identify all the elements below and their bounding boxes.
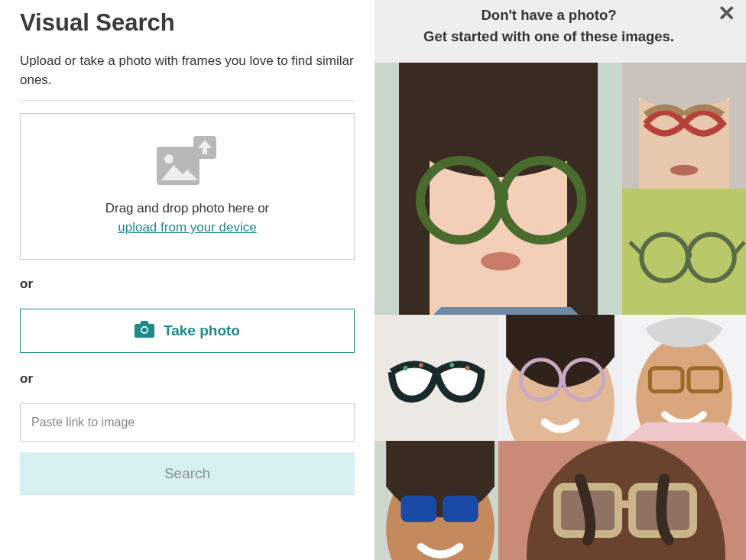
svg-point-30 — [465, 365, 469, 370]
svg-point-1 — [164, 154, 174, 163]
header-line-1: Don't have a photo? — [390, 5, 708, 26]
close-button[interactable]: ✕ — [718, 3, 735, 24]
sample-images-panel: Don't have a photo? Get started with one… — [375, 0, 746, 560]
svg-point-28 — [419, 362, 423, 367]
svg-rect-13 — [495, 193, 508, 200]
svg-rect-23 — [686, 253, 692, 257]
sample-tortoise-square-portrait[interactable] — [498, 441, 746, 561]
search-button-label: Search — [164, 465, 210, 481]
sample-clear-frames-portrait[interactable] — [498, 315, 622, 441]
divider — [20, 100, 355, 101]
camera-icon — [135, 321, 154, 342]
close-icon: ✕ — [718, 2, 735, 25]
svg-rect-47 — [617, 500, 634, 508]
svg-point-29 — [449, 362, 454, 367]
svg-point-27 — [403, 365, 407, 370]
svg-rect-42 — [443, 495, 478, 521]
sample-image-grid — [375, 63, 746, 561]
dropzone-text: Drag and drop photo here or — [105, 201, 270, 215]
take-photo-label: Take photo — [164, 322, 240, 339]
sample-images-header: Don't have a photo? Get started with one… — [375, 0, 746, 63]
image-link-input[interactable] — [20, 403, 355, 442]
dropzone-text-block: Drag and drop photo here or upload from … — [105, 199, 270, 238]
search-button[interactable]: Search — [20, 452, 355, 495]
sample-patterned-cateye-product[interactable] — [375, 315, 498, 441]
take-photo-button[interactable]: Take photo — [20, 309, 355, 353]
sample-red-tortoise-frames[interactable] — [622, 63, 746, 189]
page-title: Visual Search — [20, 9, 355, 37]
or-label-1: or — [20, 277, 355, 292]
visual-search-panel: Visual Search Upload or take a photo wit… — [0, 0, 375, 560]
or-label-2: or — [20, 371, 355, 387]
svg-point-19 — [670, 164, 698, 175]
svg-point-14 — [481, 252, 521, 270]
upload-from-device-link[interactable]: upload from your device — [118, 218, 256, 238]
svg-point-6 — [142, 328, 147, 332]
sample-olive-frames-product[interactable] — [622, 189, 746, 315]
svg-rect-41 — [401, 495, 436, 521]
upload-dropzone[interactable]: Drag and drop photo here or upload from … — [20, 113, 355, 260]
sample-green-frames-portrait[interactable] — [375, 63, 622, 315]
header-line-2: Get started with one of these images. — [390, 26, 708, 47]
page-subtitle: Upload or take a photo with frames you l… — [20, 52, 355, 89]
svg-rect-18 — [729, 63, 746, 189]
sample-blue-sunglasses-portrait[interactable] — [375, 441, 498, 561]
svg-rect-17 — [622, 63, 639, 189]
sample-amber-frames-portrait[interactable] — [622, 315, 746, 441]
upload-image-icon — [157, 136, 218, 189]
